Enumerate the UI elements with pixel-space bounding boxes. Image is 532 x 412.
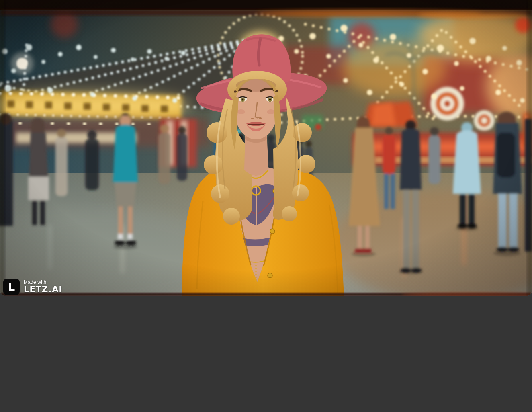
letz-ai-app: { "photo": { "watermark": { "logo_letter…: [0, 0, 532, 412]
carnival-scene-illustration: [0, 0, 532, 296]
logo-letter: L: [8, 281, 15, 293]
watermark-brand: LETZ.AI: [24, 285, 62, 294]
watermark: L Made with LETZ.AI: [3, 279, 62, 295]
generated-image: L Made with LETZ.AI: [0, 0, 532, 296]
aesthetics-panel: Aesthetics Quality 3 Creativity 1 Seed ?: [0, 296, 532, 412]
letz-ai-logo: L: [3, 279, 20, 295]
